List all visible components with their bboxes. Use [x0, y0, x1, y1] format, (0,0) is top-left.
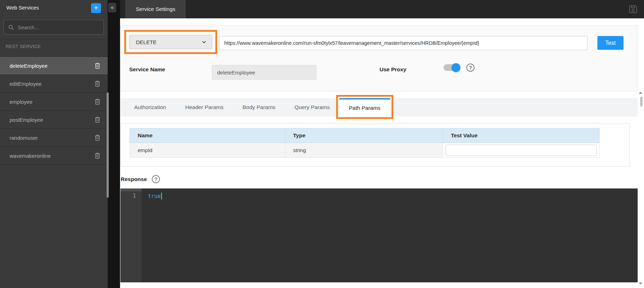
params-tab-bar: Authorization Header Params Body Params …	[120, 98, 638, 116]
param-name-cell: empId	[130, 143, 285, 158]
http-method-select[interactable]: DELETE	[129, 35, 212, 49]
use-proxy-label: Use Proxy	[380, 66, 406, 73]
service-item-label: wavemakeronline	[10, 153, 94, 159]
sidebar-divider	[0, 39, 108, 40]
trash-icon[interactable]	[94, 62, 101, 70]
method-annotation-box: DELETE	[124, 30, 217, 54]
sidebar-item-employee[interactable]: employee	[0, 93, 108, 111]
column-header-type: Type	[285, 128, 443, 143]
tab-header-params[interactable]: Header Params	[175, 98, 233, 116]
service-item-label: deleteEmployee	[10, 63, 94, 69]
test-button[interactable]: Test	[597, 36, 624, 50]
table-row: empId string	[130, 143, 600, 158]
service-settings-content: DELETE Test Service Name Use Proxy ? Aut…	[120, 18, 644, 288]
param-test-value-cell	[443, 143, 600, 158]
tab-path-params-label: Path Params	[349, 105, 381, 111]
service-name-field-label: Service Name	[129, 66, 165, 73]
service-item-label: randomuser	[10, 135, 94, 141]
response-header: Response ?	[121, 175, 160, 183]
service-search[interactable]	[4, 20, 104, 35]
collapse-sidebar-button[interactable]: «	[108, 3, 116, 12]
column-header-name: Name	[130, 128, 285, 143]
service-item-label: editEmployee	[10, 81, 94, 87]
rest-service-section-header: REST SERVICE	[6, 44, 41, 49]
trash-icon[interactable]	[94, 134, 101, 142]
sidebar-item-wavemakeronline[interactable]: wavemakeronline	[0, 147, 108, 165]
editor-line-1: 1 true	[120, 193, 638, 199]
tab-query-params[interactable]: Query Params	[285, 98, 339, 116]
service-settings-page: Web Services + REST SERVICE deleteEmploy…	[0, 0, 644, 288]
test-value-input[interactable]	[446, 145, 597, 156]
table-header-row: Name Type Test Value	[130, 128, 600, 143]
sidebar-edge-strip	[108, 0, 120, 288]
param-type-cell: string	[285, 143, 443, 158]
web-services-sidebar: Web Services + REST SERVICE deleteEmploy…	[0, 0, 108, 288]
request-url-input[interactable]	[219, 36, 588, 50]
chevron-down-icon	[201, 39, 207, 45]
line-number: 1	[120, 193, 142, 199]
tab-body-params[interactable]: Body Params	[233, 98, 285, 116]
path-params-table: Name Type Test Value empId string	[130, 128, 600, 158]
scroll-down-arrow[interactable]	[639, 282, 642, 285]
sidebar-item-editEmployee[interactable]: editEmployee	[0, 75, 108, 93]
response-help-icon[interactable]: ?	[152, 175, 160, 183]
editor-gutter-cap	[120, 188, 142, 191]
path-params-table-card: Name Type Test Value empId string	[120, 124, 630, 167]
use-proxy-toggle[interactable]	[443, 64, 460, 71]
toggle-thumb	[452, 63, 460, 72]
sidebar-item-deleteEmployee[interactable]: deleteEmployee	[0, 57, 108, 75]
sidebar-item-postEmployee[interactable]: postEmployee	[0, 111, 108, 129]
top-bar: Service Settings	[120, 0, 644, 18]
trash-icon[interactable]	[94, 80, 101, 88]
sidebar-title: Web Services	[6, 5, 39, 11]
trash-icon[interactable]	[94, 152, 101, 160]
response-value: true	[142, 193, 162, 199]
save-icon[interactable]	[628, 4, 638, 14]
scroll-up-arrow[interactable]	[639, 91, 642, 94]
column-header-test-value: Test Value	[443, 128, 600, 143]
tab-authorization[interactable]: Authorization	[125, 98, 175, 116]
search-icon	[8, 24, 14, 30]
rest-service-list: deleteEmployee editEmployee	[0, 56, 108, 165]
page-scrollbar-thumb[interactable]	[640, 97, 643, 107]
tab-service-settings[interactable]: Service Settings	[125, 0, 186, 18]
editor-caret	[161, 193, 162, 199]
trash-icon[interactable]	[94, 98, 101, 106]
sidebar-item-randomuser[interactable]: randomuser	[0, 129, 108, 147]
service-item-label: employee	[10, 99, 94, 105]
sidebar-scrollbar-thumb[interactable]	[107, 92, 109, 198]
search-input[interactable]	[18, 24, 99, 30]
trash-icon[interactable]	[94, 116, 101, 124]
service-item-label: postEmployee	[10, 117, 94, 123]
proxy-help-icon[interactable]: ?	[466, 64, 475, 72]
response-label: Response	[121, 176, 147, 182]
http-method-value: DELETE	[136, 39, 201, 45]
add-service-button[interactable]: +	[91, 3, 101, 13]
response-code-editor[interactable]: 1 true	[120, 188, 638, 282]
service-name-input[interactable]	[212, 65, 316, 80]
editor-gutter	[120, 188, 142, 282]
tab-path-params[interactable]: Path Params	[339, 98, 390, 116]
